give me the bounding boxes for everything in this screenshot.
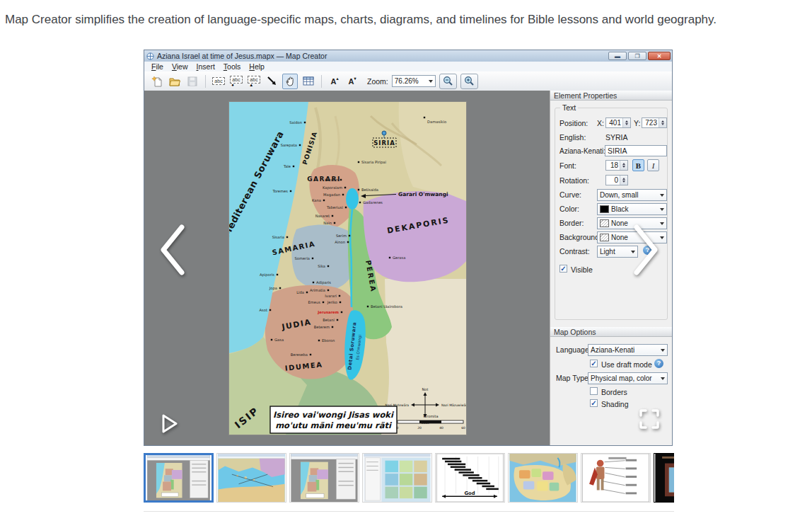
selected-label-text[interactable]: SIRIA [373,139,395,147]
selected-map-label[interactable]: SIRIA [373,131,396,147]
menu-insert[interactable]: Insert [192,62,219,71]
text-marker-label-tool[interactable]: abc▲ [247,74,261,88]
font-larger-button[interactable]: A▴ [327,74,342,88]
thumbnail-armor-diagram[interactable] [581,453,651,503]
borders-checkbox[interactable] [590,387,598,395]
map-document[interactable]: SIRIA Isireo vai'wongi Jisas woki mo'utu… [228,101,467,435]
city-label[interactable]: Korasin [325,178,338,182]
text-point-label-tool[interactable]: abc● [229,74,243,88]
city-label[interactable]: Adiparis [316,280,331,285]
city-label[interactable]: Someria [295,256,310,260]
italic-button[interactable]: I [647,159,659,171]
city-label[interactable]: Lida [296,290,304,294]
minimize-button[interactable]: ▬ [608,52,627,60]
map-image[interactable]: SIRIA Isireo vai'wongi Jisas woki mo'utu… [229,102,466,435]
city-label[interactable]: Sarepata [281,143,297,148]
menu-view[interactable]: View [168,62,192,71]
font-size-input[interactable]: 18 [605,160,628,171]
region-label[interactable]: Garari O'mwangi [398,191,448,197]
city-label[interactable]: Betani [323,318,335,322]
map-title-box[interactable]: Isireo vai'wongi Jisas woki mo'utu mäni … [270,406,397,433]
city-label[interactable]: Ivarari [325,294,337,298]
zoom-out-button[interactable] [439,74,457,89]
city-label[interactable]: Sisaria Piripai [361,160,386,165]
city-label[interactable]: Betisaida [361,188,378,192]
spinner-arrows-icon[interactable] [622,118,630,127]
city-label[interactable]: Jerusarem [317,310,339,315]
font-size-value[interactable]: 18 [606,161,620,170]
spinner-arrows-icon[interactable] [659,118,666,127]
zoom-in-button[interactable] [460,74,478,89]
city-label[interactable]: Taberiusi [326,205,343,210]
rotation-value[interactable]: 0 [606,176,620,185]
city-label[interactable]: Damasikio [427,120,446,124]
city-label[interactable]: Sisaria [272,235,284,239]
spinner-arrows-icon[interactable] [620,176,627,185]
play-button[interactable] [160,413,180,435]
city-label[interactable]: Jeriko [327,300,337,305]
arrow-tool[interactable] [265,74,279,88]
map-canvas[interactable]: SIRIA Isireo vai'wongi Jisas woki mo'utu… [144,91,550,445]
city-label[interactable]: Kana [312,198,321,202]
position-x-value[interactable]: 401 [606,118,622,127]
thumbnail-world-map[interactable] [508,453,578,503]
menu-tools[interactable]: Tools [219,62,245,71]
table-tool[interactable] [301,74,315,88]
thumbnail-map-tiles-grid[interactable] [362,453,432,503]
city-label[interactable]: Beterem [314,325,330,329]
menu-file[interactable]: File [147,62,168,71]
restore-button[interactable]: ❐ [628,52,646,60]
thumbnail-map-creator-israel[interactable] [144,453,214,503]
city-label[interactable]: Eboron [322,338,335,343]
city-label[interactable]: Tale [283,164,291,168]
position-y-input[interactable]: 723 [642,117,667,128]
city-label[interactable]: Betani täxirobora [371,304,402,309]
city-label[interactable]: Nain [323,221,332,225]
aziana-kenati-input[interactable]: SIRIA [605,145,667,156]
thumbnail-framed-map-dark[interactable] [654,453,674,503]
draft-mode-checkbox[interactable]: ✓ [590,360,598,367]
thumbnail-timeline-chart[interactable]: God [435,453,505,503]
zoom-combobox[interactable]: 76.26% [392,75,436,87]
city-label[interactable]: Nasaret [315,214,330,218]
open-file-button[interactable] [168,74,182,88]
thumbnail-mediterranean-map[interactable] [216,453,286,503]
text-label-tool[interactable]: abc [211,74,226,88]
city-label[interactable]: Saidon [289,120,302,125]
city-label[interactable]: Sika [318,264,325,268]
selection-pin-icon[interactable] [382,131,386,135]
spinner-arrows-icon[interactable] [620,161,627,170]
city-label[interactable]: Asot [260,308,267,312]
language-select[interactable]: Aziana-Kenati [588,344,668,356]
city-label[interactable]: Arimatia [310,288,325,292]
fullscreen-button[interactable] [638,408,661,430]
city-label[interactable]: Emeus [308,300,320,304]
font-smaller-button[interactable]: A▾ [345,74,359,88]
shading-checkbox[interactable]: ✓ [590,399,598,407]
position-x-input[interactable]: 401 [605,117,631,128]
city-label[interactable]: Toremes [272,189,288,193]
city-label[interactable]: Gadarenes [363,200,383,205]
close-button[interactable]: ✕ [648,52,671,60]
city-label[interactable]: Kaporaiam [323,185,342,190]
bold-button[interactable]: B [632,159,644,171]
new-file-button[interactable] [150,74,164,88]
city-label[interactable]: Gerasa [393,256,405,260]
rotation-input[interactable]: 0 [605,175,628,185]
position-y-value[interactable]: 723 [642,118,659,127]
city-label[interactable]: Magadan [323,193,340,197]
visible-checkbox[interactable]: ✓ [559,265,567,273]
city-label[interactable]: Serim [336,234,347,238]
color-select[interactable]: Black [597,203,667,215]
city-label[interactable]: Jopa [269,286,277,291]
curve-select[interactable]: Down, small [597,189,667,201]
next-arrow-button[interactable] [630,223,661,277]
previous-arrow-button[interactable] [157,223,189,277]
draft-mode-help-icon[interactable]: ? [654,359,663,368]
save-button[interactable] [185,74,199,88]
pan-tool[interactable] [282,74,298,89]
title-bar[interactable]: Aziana Israel at time of Jesus.mapx — Ma… [144,50,672,62]
map-type-select[interactable]: Physical map, color [588,372,668,384]
city-label[interactable]: Bereseba [291,352,308,357]
city-label[interactable]: Gasa [274,338,284,342]
